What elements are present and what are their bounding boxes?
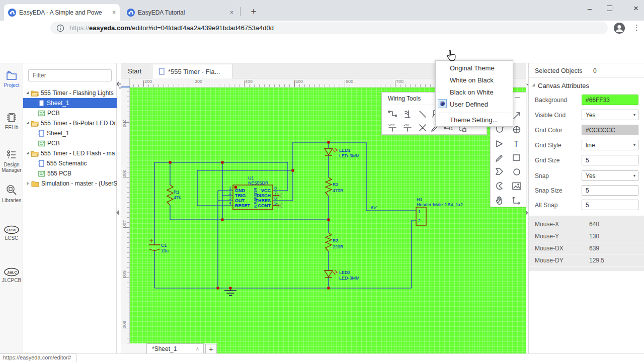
tree-item-project-3[interactable]: 555 Timer - LED Flash - ma xyxy=(23,148,117,158)
tree-item-project-1[interactable]: 555 Timer - Flashing Lights xyxy=(23,88,117,98)
sidebar-item-jlcpcb[interactable]: J◎LC JLCPCB xyxy=(0,267,23,283)
sidebar-item-lcsc[interactable]: LCSC LCSC xyxy=(0,225,23,241)
polygon-tool-icon[interactable] xyxy=(495,167,505,177)
arc-tool-icon[interactable] xyxy=(495,181,505,191)
tree-item-pcb[interactable]: PCB xyxy=(23,108,117,118)
capacitor-c1[interactable] xyxy=(149,245,160,250)
sheet-tab-chevron-up-icon[interactable]: ∧ xyxy=(196,346,199,351)
tab-schematic-active[interactable]: *555 Timer - Fla... xyxy=(152,64,232,78)
menu-item-black-on-white[interactable]: Black on White xyxy=(450,88,494,96)
grid-size-input[interactable]: 5 xyxy=(582,155,638,165)
browser-tab-active[interactable]: EasyEDA - A Simple and Powe × xyxy=(4,4,120,21)
polyline-tool-icon[interactable] xyxy=(418,109,428,119)
hand-cursor-icon xyxy=(445,49,458,63)
sidebar-item-design-manager[interactable]: Design Manager xyxy=(0,149,23,173)
snap-size-input[interactable]: 5 xyxy=(582,185,638,196)
window-maximize-button[interactable] xyxy=(607,6,612,11)
tree-item-pcb[interactable]: PCB xyxy=(23,138,117,148)
rotate-tool-icon[interactable] xyxy=(512,125,522,135)
sidebar-item-label: Project xyxy=(0,82,23,88)
browser-titlebar: EasyEDA - A Simple and Powe × EasyEDA Tu… xyxy=(0,0,644,21)
snap-select[interactable]: Yes▾ xyxy=(582,170,638,181)
menu-item-white-on-black[interactable]: White on Black xyxy=(450,76,494,84)
menu-item-user-defined[interactable]: User Defined xyxy=(450,101,488,108)
sidebar-item-project[interactable]: Project xyxy=(0,69,23,88)
palette-minimize-icon[interactable]: — xyxy=(515,94,520,100)
rect-tool-icon[interactable] xyxy=(512,153,522,163)
wire-tool-icon[interactable] xyxy=(387,109,397,119)
resistor-r1[interactable] xyxy=(167,185,173,205)
wires[interactable] xyxy=(154,142,416,288)
expander-collapsed-icon[interactable] xyxy=(27,182,29,186)
window-close-button[interactable]: × xyxy=(630,4,642,14)
svg-text:LED-3MM: LED-3MM xyxy=(339,153,360,158)
menu-item-original-theme[interactable]: Original Theme xyxy=(450,64,495,72)
bus-tool-icon[interactable] xyxy=(403,109,413,119)
visible-grid-select[interactable]: Yes▾ xyxy=(582,110,638,120)
browser-menu-icon[interactable]: ⋮ xyxy=(633,23,640,32)
tree-item-sheet-selected[interactable]: Sheet_1 xyxy=(23,98,117,108)
expander-expanded-icon[interactable] xyxy=(26,152,29,154)
sidebar-item-libraries[interactable]: Libraries xyxy=(0,184,23,203)
sheet-tab[interactable]: *Sheet_1 ∧ xyxy=(146,343,204,354)
sheet-icon xyxy=(38,100,45,107)
sidebar-item-eelib[interactable]: EELib xyxy=(0,112,23,130)
vertical-ruler: 200 300 400 500 600 xyxy=(121,87,130,343)
field-label: Snap Size xyxy=(535,187,562,194)
pencil-draw-icon[interactable] xyxy=(495,153,505,163)
tree-item-project-4[interactable]: Simulation - master - (UserS xyxy=(23,178,117,189)
dimension-tool-icon[interactable] xyxy=(512,195,522,205)
tab-close-icon[interactable]: × xyxy=(112,9,116,16)
image-tool-icon[interactable] xyxy=(512,181,522,191)
left-splitter-collapse-icon[interactable] xyxy=(116,210,119,215)
arrowhead-tool-icon[interactable] xyxy=(495,139,505,149)
section-collapse-icon[interactable]: ◢ xyxy=(532,82,535,87)
browser-avatar[interactable] xyxy=(613,22,625,34)
resistor-r2[interactable] xyxy=(326,177,332,196)
led1-triangle[interactable] xyxy=(325,148,333,155)
grid-color-field[interactable]: #CCCCCC xyxy=(582,125,638,135)
pcb-icon xyxy=(38,140,45,147)
header-h1-body[interactable] xyxy=(416,207,426,225)
new-tab-button[interactable]: + xyxy=(247,5,261,19)
background-color-field[interactable]: #66FF33 xyxy=(582,95,638,105)
tree-item-project-2[interactable]: 555 Timer - Bi-Polar LED Dr xyxy=(23,118,117,128)
pcb-icon xyxy=(38,170,45,177)
plus5v-tool-icon[interactable]: +5V xyxy=(403,123,413,133)
led2-triangle[interactable] xyxy=(325,270,333,277)
tree-item-sheet[interactable]: Sheet_1 xyxy=(23,128,117,138)
tab-close-icon[interactable]: × xyxy=(230,9,233,16)
tree-item-sheet[interactable]: 555 Schematic xyxy=(23,158,117,168)
svg-text:VCC: VCC xyxy=(261,188,271,193)
selected-objects-value: 0 xyxy=(593,67,597,74)
noconnect-tool-icon[interactable] xyxy=(418,123,428,133)
tree-item-pcb[interactable]: 555 PCB xyxy=(23,168,117,178)
sidebar-item-label: JLCPCB xyxy=(0,278,23,283)
svg-text:J◎LC: J◎LC xyxy=(7,270,17,275)
text-tool-icon[interactable]: T xyxy=(512,139,522,149)
arrow-draw-icon[interactable] xyxy=(512,111,522,121)
add-sheet-button[interactable]: + xyxy=(205,344,217,354)
svg-text:+5V: +5V xyxy=(404,124,409,127)
alt-snap-input[interactable]: 5 xyxy=(582,200,638,210)
site-info-icon[interactable] xyxy=(56,24,64,32)
browser-tab-inactive[interactable]: EasyEDA Tutorial × xyxy=(123,4,237,21)
right-splitter-collapse-icon[interactable] xyxy=(526,210,528,215)
design-manager-icon xyxy=(6,149,18,161)
resistor-r3[interactable] xyxy=(326,233,332,251)
expander-expanded-icon[interactable] xyxy=(26,92,29,94)
ellipse-tool-icon[interactable] xyxy=(512,167,522,177)
svg-text:C1: C1 xyxy=(161,243,167,248)
menu-item-theme-setting[interactable]: Theme Setting... xyxy=(450,116,498,124)
ruler-label: 200 xyxy=(122,120,127,127)
canvas-attributes-header[interactable]: Canvas Attributes xyxy=(538,82,589,89)
drag-hand-tool-icon[interactable] xyxy=(495,195,505,205)
expander-expanded-icon[interactable] xyxy=(26,122,29,124)
tab-start[interactable]: Start xyxy=(128,67,141,75)
url-bar[interactable]: https://easyeda.com/editor#id=04fdadf4aa… xyxy=(50,22,608,34)
window-minimize-button[interactable]: – xyxy=(584,4,596,13)
filter-input[interactable] xyxy=(28,69,112,81)
mouse-row-label: Mouse-DX xyxy=(535,245,564,252)
grid-style-select[interactable]: line▾ xyxy=(582,140,638,150)
vcc-tool-icon[interactable]: VCC xyxy=(387,123,397,133)
